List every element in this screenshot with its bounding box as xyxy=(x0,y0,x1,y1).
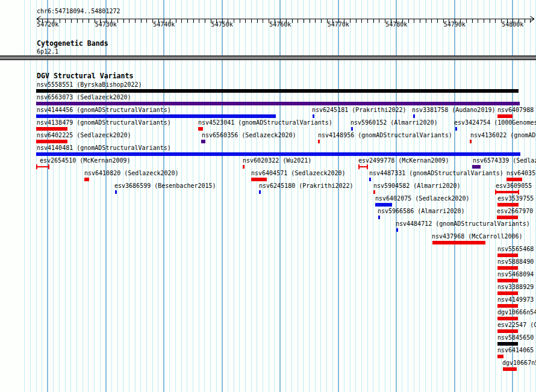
variant-glyph[interactable] xyxy=(84,178,89,181)
cytogenetic-band-label: 6p12.1 xyxy=(37,48,58,55)
variant-glyph-line xyxy=(37,166,48,167)
variant-label[interactable]: nsv5558551 (ByrskaBishop2022) xyxy=(37,81,142,88)
variant-label[interactable]: nsv3381758 (Audano2019) xyxy=(412,107,495,113)
variant-label[interactable]: nsv640351 xyxy=(506,170,536,176)
variant-label[interactable]: nsv6563073 (Sedlazeck2020) xyxy=(37,94,131,101)
variant-label[interactable]: nsv4484712 (gnomADStructuralVariants) xyxy=(396,220,530,227)
variant-label[interactable]: nsv4148956 (gnomADStructuralVariants) xyxy=(318,132,452,138)
variant-label[interactable]: nsv4144456 (gnomADStructuralVariants) xyxy=(37,107,171,113)
variant-glyph[interactable] xyxy=(497,355,503,358)
variant-label[interactable]: esv3539755 xyxy=(497,195,534,202)
variant-label[interactable]: nsv4136022 (gnomADS xyxy=(470,132,536,138)
variant-label[interactable]: nsv5904582 (Almarri2020) xyxy=(373,182,461,189)
variant-glyph[interactable] xyxy=(313,114,314,118)
variant-label[interactable]: nsv6245180 (Prakrithi2022) xyxy=(259,182,354,189)
variant-label[interactable]: nsv4523041 (gnomADStructuralVariants) xyxy=(198,119,332,126)
variant-glyph[interactable] xyxy=(455,127,457,131)
variant-label[interactable]: esv2499778 (McKernan2009) xyxy=(358,157,449,164)
variant-glyph[interactable] xyxy=(259,190,261,194)
variant-glyph[interactable] xyxy=(198,127,203,131)
variant-label[interactable]: nsv5468094 xyxy=(497,271,534,278)
ruler-tick xyxy=(89,19,89,23)
variant-glyph[interactable] xyxy=(378,216,380,219)
variant-glyph[interactable] xyxy=(36,140,67,143)
variant-glyph[interactable] xyxy=(472,165,481,169)
variant-label[interactable]: esv3609055 xyxy=(496,182,532,189)
variant-glyph[interactable] xyxy=(251,178,267,181)
variant-glyph[interactable] xyxy=(396,228,398,232)
variant-glyph[interactable] xyxy=(36,164,49,169)
variant-glyph[interactable] xyxy=(432,241,485,244)
variant-glyph[interactable] xyxy=(115,190,117,194)
variant-label[interactable]: esv3424754 (1000Genomes xyxy=(454,119,536,126)
variant-glyph[interactable] xyxy=(497,266,518,270)
variant-glyph[interactable] xyxy=(503,367,517,371)
variant-label[interactable]: nsv6560356 (Sedlazeck2020) xyxy=(202,132,296,138)
variant-label[interactable]: nsv5888490 xyxy=(497,258,534,265)
ruler-tick xyxy=(414,19,414,23)
variant-label[interactable]: dgv10667n5 xyxy=(502,359,536,366)
variant-glyph[interactable] xyxy=(243,165,245,169)
variant-glyph[interactable] xyxy=(201,140,205,143)
variant-label[interactable]: nsv6407988 xyxy=(497,107,534,113)
variant-glyph[interactable] xyxy=(497,114,513,118)
ruler-tick xyxy=(65,19,66,23)
variant-glyph[interactable] xyxy=(497,291,518,295)
variant-glyph[interactable] xyxy=(497,254,518,257)
variant-label[interactable]: nsv437968 (McCarroll2006) xyxy=(432,233,523,240)
variant-label[interactable]: dgv10666n54 xyxy=(497,309,536,316)
variant-label[interactable]: nsv4140481 (gnomADStructuralVariants) xyxy=(37,145,171,151)
ruler-tick-label: 54800k xyxy=(502,21,523,28)
variant-glyph[interactable] xyxy=(375,203,392,207)
variant-glyph[interactable] xyxy=(36,114,276,118)
variant-glyph[interactable] xyxy=(470,140,472,143)
variant-glyph[interactable] xyxy=(351,127,353,131)
variant-glyph[interactable] xyxy=(358,164,368,169)
variant-label[interactable]: nsv6402225 (Sedlazeck2020) xyxy=(37,132,131,138)
ruler-tick xyxy=(181,19,182,23)
ruler-tick xyxy=(321,19,322,23)
variant-glyph[interactable] xyxy=(36,102,520,105)
variant-label[interactable]: nsv6245181 (Prakrithi2022) xyxy=(312,107,407,113)
variant-label[interactable]: esv22547 (C xyxy=(497,322,536,328)
variant-glyph[interactable] xyxy=(413,114,415,118)
variant-glyph[interactable] xyxy=(497,203,519,207)
variant-glyph[interactable] xyxy=(495,190,519,194)
variant-glyph[interactable] xyxy=(497,304,518,308)
variant-label[interactable]: esv2654510 (McKernan2009) xyxy=(40,157,131,164)
variant-label[interactable]: nsv6410820 (Sedlazeck2020) xyxy=(84,170,179,176)
variant-glyph[interactable] xyxy=(36,89,519,93)
cytoband-bar[interactable] xyxy=(0,55,536,60)
variant-glyph[interactable] xyxy=(373,190,375,194)
variant-label[interactable]: esv2667970 xyxy=(497,208,533,214)
variant-label[interactable]: nsv6414065 xyxy=(497,347,534,353)
variant-label[interactable]: nsv5966586 (Almarri2020) xyxy=(378,208,465,214)
variant-label[interactable]: esv3686599 (Besenbacher2015) xyxy=(114,182,216,189)
variant-label[interactable]: nsv4149973 xyxy=(497,296,534,303)
variant-label[interactable]: nsv3388929 xyxy=(497,284,534,290)
ruler-tick-label: 54750k xyxy=(211,21,233,28)
variant-glyph[interactable] xyxy=(497,317,518,320)
variant-label[interactable]: nsv4138479 (gnomADStructuralVariants) xyxy=(37,119,171,126)
variant-glyph[interactable] xyxy=(497,342,518,346)
ruler-tick xyxy=(379,19,379,23)
ruler-tick xyxy=(525,19,525,23)
variant-label[interactable]: nsv6402075 (Sedlazeck2020) xyxy=(375,195,470,202)
variant-label[interactable]: nsv4487331 (gnomADStructuralVariants) xyxy=(369,170,503,176)
variant-label[interactable]: nsv5565468 xyxy=(497,246,534,252)
variant-glyph[interactable] xyxy=(36,152,520,156)
variant-glyph[interactable] xyxy=(497,279,518,282)
variant-glyph[interactable] xyxy=(369,178,371,181)
variant-glyph[interactable] xyxy=(36,127,67,131)
variant-glyph[interactable] xyxy=(318,140,320,143)
variant-glyph[interactable] xyxy=(497,329,518,333)
ruler-tick xyxy=(263,19,263,23)
variant-glyph[interactable] xyxy=(497,216,518,219)
variant-label[interactable]: nsv6574339 (Sedlaz xyxy=(473,157,536,164)
variant-label[interactable]: nsv6404571 (Sedlazeck2020) xyxy=(251,170,346,176)
variant-glyph[interactable] xyxy=(506,178,522,181)
variant-label[interactable]: nsv5960152 (Almarri2020) xyxy=(351,119,438,126)
ruler-tick xyxy=(350,19,351,23)
variant-label[interactable]: nsv5845650 xyxy=(497,334,534,341)
variant-label[interactable]: nsv6020322 (Wu2021) xyxy=(243,157,311,164)
